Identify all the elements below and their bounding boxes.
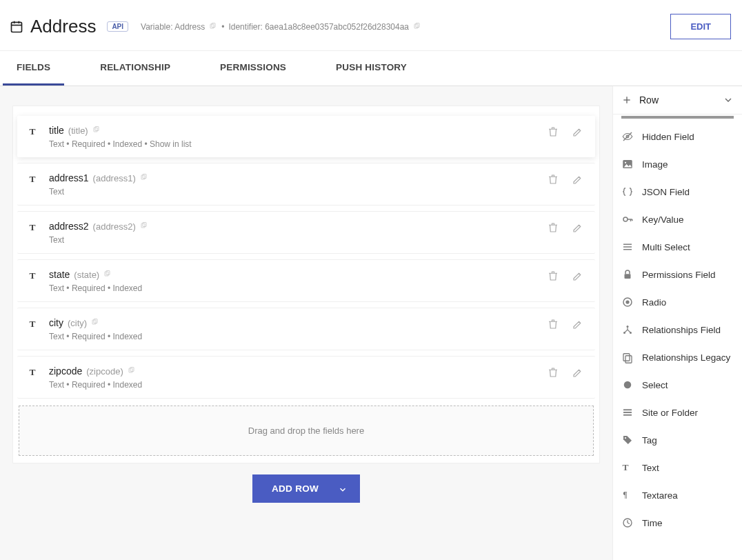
sidebar-item-textarea[interactable]: Textarea — [613, 481, 742, 509]
sidebar-item-tag[interactable]: Tag — [613, 426, 742, 454]
radio-icon — [621, 296, 634, 308]
add-row-label: ADD ROW — [272, 483, 319, 494]
copy-icon[interactable] — [140, 174, 148, 182]
field-variable: (state) — [74, 270, 99, 280]
sidebar-field-list: Hidden Field Image JSON Field Key/Value … — [613, 114, 742, 560]
field-meta: Text — [49, 187, 547, 197]
chevron-down-icon — [338, 485, 346, 493]
page-header: Address API Variable: Address • Identifi… — [0, 0, 742, 51]
field-variable: (address1) — [93, 173, 136, 183]
copy-icon[interactable] — [140, 222, 148, 230]
field-name: city — [49, 317, 63, 328]
copy-icon[interactable] — [92, 126, 101, 134]
field-variable: (title) — [68, 126, 88, 136]
sidebar-row-toggle[interactable]: Row — [613, 86, 742, 114]
tab-fields[interactable]: FIELDS — [3, 51, 64, 86]
image-icon — [621, 158, 634, 170]
field-palette-sidebar: Row Hidden Field Image JSON Field Key/Va… — [612, 86, 742, 560]
sidebar-item-time[interactable]: Time — [613, 509, 742, 537]
lock-icon — [621, 268, 634, 281]
sidebar-item-text[interactable]: Text — [613, 454, 742, 481]
tabs: FIELDS RELATIONSHIP PERMISSIONS PUSH HIS… — [0, 51, 742, 86]
copy-icon[interactable] — [128, 367, 136, 375]
chevron-down-icon — [723, 94, 734, 106]
sidebar-header-label: Row — [639, 94, 716, 106]
text-icon — [28, 318, 41, 330]
sidebar-item-radio[interactable]: Radio — [613, 288, 742, 316]
sidebar-item-json-field[interactable]: JSON Field — [613, 178, 742, 206]
page-title: Address — [30, 16, 96, 37]
main-panel: title (title) Text • Required • Indexed … — [0, 86, 612, 560]
tab-push-history[interactable]: PUSH HISTORY — [322, 51, 421, 86]
folder-icon — [621, 406, 634, 419]
copy-identifier-icon[interactable] — [413, 23, 421, 31]
delete-field-icon[interactable] — [547, 221, 559, 234]
text-icon — [28, 173, 41, 186]
multiselect-icon — [621, 241, 634, 253]
select-icon — [621, 379, 634, 391]
text-icon — [28, 366, 41, 379]
add-row-button[interactable]: ADD ROW — [252, 474, 360, 503]
sidebar-item-hidden-field[interactable]: Hidden Field — [613, 123, 742, 150]
fields-container: title (title) Text • Required • Indexed … — [12, 106, 600, 463]
sidebar-item-site-or-folder[interactable]: Site or Folder — [613, 399, 742, 426]
field-variable: (zipcode) — [86, 366, 123, 377]
variable-label: Variable: Address — [141, 22, 205, 32]
field-name: address2 — [49, 221, 89, 232]
field-meta: Text • Required • Indexed — [49, 380, 547, 390]
edit-field-icon[interactable] — [572, 318, 584, 330]
sidebar-item-relationships-legacy[interactable]: Relationships Legacy — [613, 343, 742, 371]
key-icon — [621, 213, 634, 226]
text-icon — [28, 221, 41, 234]
tag-icon — [621, 434, 634, 446]
field-card[interactable]: city (city) Text • Required • Indexed — [17, 308, 595, 350]
field-name: state — [49, 269, 70, 280]
field-card[interactable]: address1 (address1) Text — [17, 163, 595, 206]
field-card[interactable]: address2 (address2) Text — [17, 211, 595, 254]
textarea-icon — [621, 489, 634, 501]
time-icon — [621, 517, 634, 529]
delete-field-icon[interactable] — [547, 366, 559, 379]
sidebar-item-image[interactable]: Image — [613, 150, 742, 178]
identifier-label: Identifier: 6aea1a8c8ee0357abc052f26d283… — [228, 22, 409, 32]
delete-field-icon[interactable] — [547, 173, 559, 186]
copy-icon[interactable] — [91, 319, 99, 327]
field-meta: Text • Required • Indexed — [49, 283, 547, 293]
copy-icon[interactable] — [103, 270, 112, 279]
edit-field-icon[interactable] — [572, 126, 584, 138]
field-card[interactable]: title (title) Text • Required • Indexed … — [17, 116, 595, 157]
edit-field-icon[interactable] — [572, 270, 584, 282]
sidebar-item-select[interactable]: Select — [613, 371, 742, 399]
text-icon — [621, 461, 634, 474]
edit-field-icon[interactable] — [572, 173, 584, 186]
sidebar-item-permissions-field[interactable]: Permissions Field — [613, 261, 742, 288]
field-name: zipcode — [49, 366, 82, 377]
text-icon — [28, 126, 41, 138]
copy-variable-icon[interactable] — [209, 23, 217, 31]
body: title (title) Text • Required • Indexed … — [0, 86, 742, 560]
delete-field-icon[interactable] — [547, 126, 559, 138]
separator-dot: • — [221, 22, 224, 32]
edit-button[interactable]: EDIT — [670, 14, 731, 39]
delete-field-icon[interactable] — [547, 270, 559, 282]
drop-zone[interactable]: Drag and drop the fields here — [19, 406, 594, 456]
edit-field-icon[interactable] — [572, 221, 584, 234]
field-name: title — [49, 125, 64, 136]
json-icon — [621, 186, 634, 198]
header-meta: Variable: Address • Identifier: 6aea1a8c… — [141, 22, 421, 32]
relationship-legacy-icon — [621, 351, 634, 363]
api-badge[interactable]: API — [107, 21, 128, 32]
field-meta: Text • Required • Indexed — [49, 332, 547, 341]
delete-field-icon[interactable] — [547, 318, 559, 330]
field-meta: Text — [49, 235, 547, 245]
sidebar-item-multi-select[interactable]: Multi Select — [613, 233, 742, 261]
tab-relationship[interactable]: RELATIONSHIP — [86, 51, 184, 86]
edit-field-icon[interactable] — [572, 366, 584, 379]
field-card[interactable]: state (state) Text • Required • Indexed — [17, 259, 595, 302]
sidebar-item-relationships-field[interactable]: Relationships Field — [613, 316, 742, 343]
field-variable: (city) — [68, 318, 87, 328]
tab-permissions[interactable]: PERMISSIONS — [206, 51, 300, 86]
sidebar-item-key-value[interactable]: Key/Value — [613, 206, 742, 233]
field-card[interactable]: zipcode (zipcode) Text • Required • Inde… — [17, 356, 595, 399]
field-name: address1 — [49, 172, 89, 183]
